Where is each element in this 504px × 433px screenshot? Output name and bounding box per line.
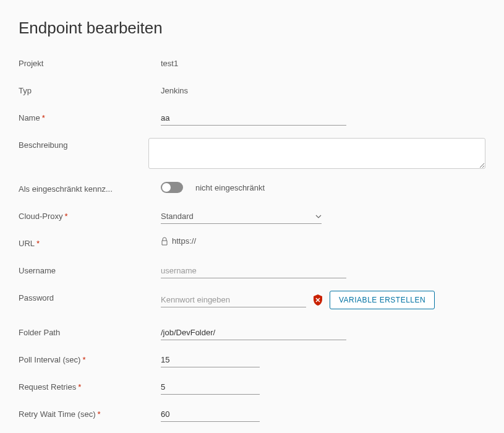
value-type: Jenkins [161, 84, 485, 95]
required-indicator: * [42, 113, 45, 122]
required-indicator: * [78, 382, 81, 392]
label-password: Password [19, 291, 161, 302]
label-folderpath: Folder Path [19, 325, 161, 337]
row-type: Typ Jenkins [19, 84, 485, 100]
restricted-toggle[interactable] [161, 182, 183, 193]
page-title: Endpoint bearbeiten [19, 19, 485, 38]
label-pollinterval: Poll Interval (sec)* [19, 353, 161, 364]
chevron-down-icon [315, 213, 322, 220]
label-retries: Request Retries* [19, 380, 161, 392]
value-project: test1 [161, 56, 485, 68]
row-restricted: Als eingeschränkt kennz... nicht eingesc… [19, 182, 485, 198]
label-project: Projekt [19, 56, 161, 68]
label-username: Username [19, 264, 161, 275]
restricted-status: nicht eingeschränkt [195, 183, 265, 192]
row-retrywait: Retry Wait Time (sec)* [19, 407, 485, 423]
row-cloudproxy: Cloud-Proxy* Standard [19, 209, 485, 225]
row-retries: Request Retries* [19, 380, 485, 396]
toggle-knob [162, 183, 171, 192]
lock-icon [161, 237, 168, 246]
label-description: Beschreibung [19, 138, 148, 150]
label-url: URL* [19, 236, 161, 248]
row-url: URL* https:// [19, 236, 485, 252]
row-project: Projekt test1 [19, 56, 485, 72]
label-cloudproxy: Cloud-Proxy* [19, 209, 161, 221]
row-username: Username [19, 264, 485, 280]
password-input[interactable] [161, 295, 306, 304]
retrywait-input[interactable] [161, 407, 260, 422]
url-prefix: https:// [172, 236, 196, 246]
row-folderpath: Folder Path [19, 325, 485, 341]
row-name: Name* [19, 111, 485, 127]
name-input[interactable] [161, 111, 346, 126]
label-type: Typ [19, 84, 161, 95]
row-description: Beschreibung [19, 138, 485, 171]
required-indicator: * [97, 409, 100, 419]
retries-input[interactable] [161, 380, 260, 395]
required-indicator: * [36, 239, 40, 248]
label-retrywait: Retry Wait Time (sec)* [19, 407, 161, 419]
required-indicator: * [82, 355, 85, 364]
cloudproxy-value: Standard [161, 212, 194, 221]
pollinterval-input[interactable] [161, 353, 260, 367]
required-indicator: * [65, 212, 68, 221]
label-restricted: Als eingeschränkt kennz... [19, 182, 161, 194]
shield-error-icon [312, 294, 323, 306]
cloudproxy-select[interactable]: Standard [161, 209, 322, 224]
folderpath-input[interactable] [161, 325, 346, 340]
row-pollinterval: Poll Interval (sec)* [19, 353, 485, 369]
row-password: Password VARIABLE ERSTELLEN [19, 291, 485, 309]
username-input[interactable] [161, 264, 346, 278]
label-name: Name* [19, 111, 161, 122]
create-variable-button[interactable]: VARIABLE ERSTELLEN [330, 291, 435, 309]
description-textarea[interactable] [148, 138, 485, 169]
